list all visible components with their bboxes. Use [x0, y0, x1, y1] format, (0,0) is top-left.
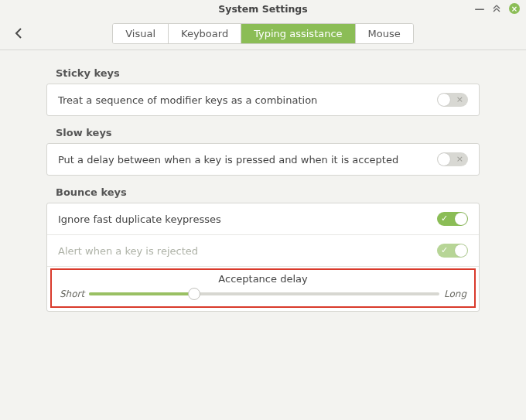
- toggle-on-check-icon: ✓: [441, 245, 448, 255]
- bounce-alert-toggle[interactable]: ✓: [437, 244, 468, 258]
- tab-bar: Visual Keyboard Typing assistance Mouse: [112, 23, 414, 44]
- back-button[interactable]: [11, 25, 28, 42]
- slow-keys-label: Put a delay between when a key is presse…: [58, 154, 437, 166]
- toggle-knob: [438, 94, 450, 106]
- sticky-keys-card: Treat a sequence of modifier keys as a c…: [46, 84, 480, 116]
- toolbar: Visual Keyboard Typing assistance Mouse: [0, 17, 526, 50]
- sticky-keys-row: Treat a sequence of modifier keys as a c…: [47, 84, 479, 115]
- close-button[interactable]: ×: [509, 3, 520, 14]
- sticky-keys-toggle[interactable]: ×: [437, 93, 468, 107]
- toggle-knob: [438, 153, 450, 166]
- sticky-keys-label: Treat a sequence of modifier keys as a c…: [58, 94, 437, 106]
- slow-keys-card: Put a delay between when a key is presse…: [46, 143, 480, 176]
- toggle-on-check-icon: ✓: [441, 213, 448, 224]
- tab-keyboard[interactable]: Keyboard: [169, 24, 241, 43]
- acceptance-delay-slider[interactable]: [89, 288, 439, 300]
- toggle-knob: [455, 244, 467, 257]
- acceptance-delay-title: Acceptance delay: [60, 273, 466, 285]
- toggle-knob: [455, 213, 467, 225]
- bounce-alert-label: Alert when a key is rejected: [58, 245, 437, 257]
- bounce-ignore-row: Ignore fast duplicate keypresses ✓: [47, 203, 479, 235]
- maximize-button[interactable]: [492, 4, 501, 13]
- bounce-alert-row: Alert when a key is rejected ✓: [47, 235, 479, 267]
- tab-typing-assistance[interactable]: Typing assistance: [241, 24, 355, 43]
- slider-fill: [89, 292, 194, 295]
- toggle-off-mark-icon: ×: [456, 94, 463, 104]
- bounce-ignore-toggle[interactable]: ✓: [437, 212, 468, 226]
- section-title-slow: Slow keys: [56, 127, 480, 138]
- tab-visual[interactable]: Visual: [113, 24, 169, 43]
- toggle-off-mark-icon: ×: [456, 154, 463, 164]
- window-controls: — ×: [475, 0, 520, 17]
- slow-keys-toggle[interactable]: ×: [437, 152, 468, 166]
- slider-label-long: Long: [444, 289, 466, 299]
- section-title-bounce: Bounce keys: [56, 186, 480, 198]
- slider-knob[interactable]: [188, 288, 200, 300]
- acceptance-delay-block: Acceptance delay Short Long: [50, 268, 476, 308]
- bounce-ignore-label: Ignore fast duplicate keypresses: [58, 213, 437, 225]
- tab-mouse[interactable]: Mouse: [356, 24, 413, 43]
- content-area: Sticky keys Treat a sequence of modifier…: [0, 50, 526, 327]
- section-title-sticky: Sticky keys: [56, 67, 480, 79]
- slider-label-short: Short: [60, 289, 84, 299]
- titlebar: System Settings — ×: [0, 0, 526, 17]
- window-title: System Settings: [218, 3, 307, 15]
- acceptance-delay-slider-row: Short Long: [60, 288, 466, 300]
- minimize-button[interactable]: —: [475, 4, 484, 13]
- back-arrow-icon: [13, 27, 26, 39]
- slow-keys-row: Put a delay between when a key is presse…: [47, 144, 479, 175]
- bounce-keys-card: Ignore fast duplicate keypresses ✓ Alert…: [46, 203, 480, 312]
